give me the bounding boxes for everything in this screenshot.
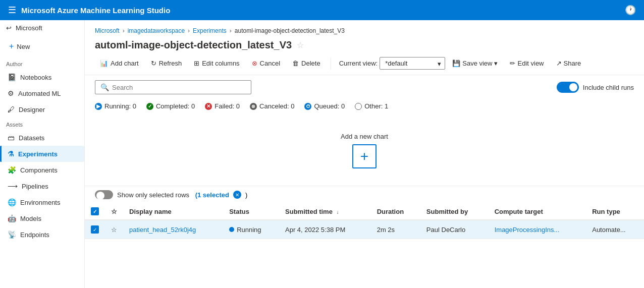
row-run-type: Automate...: [586, 220, 644, 239]
designer-icon: 🖋: [8, 105, 15, 113]
failed-label: Failed: 0: [214, 102, 240, 110]
filter-row: Show only selected rows (1 selected ✕ ): [85, 186, 644, 203]
save-icon: 💾: [452, 60, 460, 67]
page-title: automl-image-object-detection_latest_V3: [95, 39, 292, 51]
breadcrumb-microsoft[interactable]: Microsoft: [95, 27, 120, 34]
sidebar-item-endpoints[interactable]: 📡 Endpoints: [0, 226, 84, 243]
row-submitted-time: Apr 4, 2022 5:38 PM: [279, 220, 371, 239]
row-checkbox[interactable]: ✓: [85, 220, 105, 239]
breadcrumb-workspace[interactable]: imagedataworkspace: [128, 27, 185, 34]
sidebar-item-models[interactable]: 🤖 Models: [0, 210, 84, 226]
status-other[interactable]: Other: 1: [355, 102, 388, 110]
assets-section-label: Assets: [0, 118, 84, 130]
completed-label: Completed: 0: [156, 102, 195, 110]
endpoints-icon: 📡: [8, 231, 16, 239]
status-completed[interactable]: ✓ Completed: 0: [146, 102, 195, 110]
app-layout: ↩ Microsoft + New Author 📓 Notebooks ⚙ A…: [0, 20, 644, 288]
th-star[interactable]: ☆: [105, 203, 123, 220]
environments-icon: 🌐: [8, 198, 16, 206]
th-compute-target[interactable]: Compute target: [489, 203, 586, 220]
completed-dot: ✓: [146, 103, 153, 110]
top-bar: ☰ Microsoft Azure Machine Learning Studi…: [0, 0, 644, 20]
run-name-link[interactable]: patient_head_52rk0j4g: [129, 226, 196, 234]
failed-dot: ✕: [205, 103, 212, 110]
top-bar-left: ☰ Microsoft Azure Machine Learning Studi…: [8, 5, 170, 16]
row-compute-target: ImageProcessingIns...: [489, 220, 586, 239]
new-button[interactable]: + New: [5, 39, 79, 54]
search-row: 🔍 Include child runs: [85, 75, 644, 99]
favorite-star-icon[interactable]: ☆: [297, 40, 304, 50]
clock-icon[interactable]: 🕐: [625, 5, 636, 16]
status-running[interactable]: ▶ Running: 0: [95, 102, 136, 110]
sidebar-item-experiments[interactable]: ⚗ Experiments: [0, 146, 84, 162]
th-display-name[interactable]: Display name: [123, 203, 223, 220]
current-view-label: Current view:: [339, 60, 378, 67]
sidebar: ↩ Microsoft + New Author 📓 Notebooks ⚙ A…: [0, 20, 85, 288]
clear-selection-button[interactable]: ✕: [233, 191, 241, 199]
th-submitted-by[interactable]: Submitted by: [420, 203, 489, 220]
select-all-checkbox-icon[interactable]: ✓: [91, 207, 99, 215]
edit-view-button[interactable]: ✏ Edit view: [505, 57, 549, 70]
back-icon: ↩: [6, 24, 12, 32]
search-input[interactable]: [112, 84, 246, 91]
status-failed[interactable]: ✕ Failed: 0: [205, 102, 240, 110]
th-submitted-time[interactable]: Submitted time ↓: [279, 203, 371, 220]
sidebar-item-pipelines[interactable]: ⟶ Pipelines: [0, 178, 84, 194]
refresh-button[interactable]: ↻ Refresh: [146, 57, 187, 70]
row-display-name: patient_head_52rk0j4g: [123, 220, 223, 239]
row-duration: 2m 2s: [371, 220, 420, 239]
add-chart-area-label: Add a new chart: [341, 133, 388, 140]
th-status[interactable]: Status: [223, 203, 279, 220]
show-selected-toggle[interactable]: [95, 190, 113, 199]
delete-button[interactable]: 🗑 Delete: [287, 57, 326, 70]
running-status-dot: [229, 227, 234, 232]
compute-target-link[interactable]: ImageProcessingIns...: [495, 226, 560, 234]
chart-area: Add a new chart +: [85, 115, 644, 186]
sidebar-item-environments[interactable]: 🌐 Environments: [0, 194, 84, 210]
hamburger-icon[interactable]: ☰: [8, 5, 16, 16]
share-icon: ↗: [556, 60, 562, 67]
sidebar-item-designer[interactable]: 🖋 Designer: [0, 101, 84, 118]
other-label: Other: 1: [364, 102, 388, 110]
save-view-chevron: ▾: [494, 60, 498, 67]
row-checkbox-icon[interactable]: ✓: [91, 225, 99, 234]
add-chart-plus-icon[interactable]: +: [352, 144, 377, 168]
add-chart-button[interactable]: 📊 Add chart: [95, 57, 144, 70]
edit-columns-button[interactable]: ⊞ Edit columns: [189, 57, 244, 70]
cancel-button[interactable]: ⊗ Cancel: [247, 57, 285, 70]
canceled-dot: ⊗: [250, 103, 257, 110]
th-duration[interactable]: Duration: [371, 203, 420, 220]
show-selected-label: Show only selected rows: [117, 191, 189, 199]
sidebar-item-components[interactable]: 🧩 Components: [0, 162, 84, 178]
sidebar-item-automated-ml[interactable]: ⚙ Automated ML: [0, 85, 84, 101]
sidebar-item-notebooks[interactable]: 📓 Notebooks: [0, 69, 84, 85]
breadcrumb: Microsoft › imagedataworkspace › Experim…: [85, 20, 644, 37]
running-status-label: Running: [237, 226, 261, 234]
status-canceled[interactable]: ⊗ Canceled: 0: [250, 102, 294, 110]
cancel-icon: ⊗: [252, 60, 257, 67]
sidebar-item-datasets[interactable]: 🗃 Datasets: [0, 130, 84, 146]
include-child-label: Include child runs: [583, 84, 634, 91]
status-queued[interactable]: ⏱ Queued: 0: [304, 102, 345, 110]
include-child-toggle[interactable]: [557, 82, 579, 93]
refresh-icon: ↻: [151, 60, 156, 67]
edit-icon: ✏: [510, 60, 515, 67]
sort-arrow-submitted-time: ↓: [337, 209, 339, 215]
select-all-checkbox[interactable]: ✓: [85, 203, 105, 220]
running-dot: ▶: [95, 103, 102, 110]
current-view-select[interactable]: *default: [380, 57, 445, 70]
canceled-label: Canceled: 0: [259, 102, 294, 110]
share-button[interactable]: ↗ Share: [551, 57, 586, 70]
current-view-select-wrapper: *default: [380, 57, 445, 70]
components-icon: 🧩: [8, 166, 16, 174]
sidebar-item-microsoft[interactable]: ↩ Microsoft: [0, 20, 84, 36]
save-view-button[interactable]: 💾 Save view ▾: [447, 57, 503, 70]
page-title-row: automl-image-object-detection_latest_V3 …: [85, 37, 644, 57]
breadcrumb-experiments[interactable]: Experiments: [193, 27, 227, 34]
th-run-type[interactable]: Run type: [586, 203, 644, 220]
search-icon: 🔍: [100, 83, 109, 91]
toolbar: 📊 Add chart ↻ Refresh ⊞ Edit columns ⊗ C…: [85, 57, 644, 75]
add-chart-area-button[interactable]: Add a new chart +: [341, 133, 388, 168]
toolbar-divider: [331, 57, 331, 70]
row-star[interactable]: ☆: [105, 220, 123, 239]
